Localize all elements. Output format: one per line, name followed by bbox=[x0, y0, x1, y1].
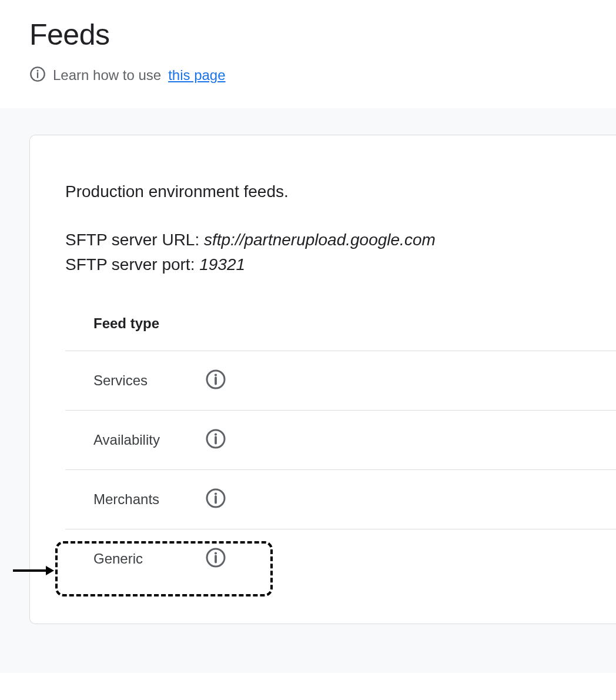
learn-link[interactable]: this page bbox=[168, 67, 225, 84]
svg-point-11 bbox=[215, 492, 217, 495]
learn-row: Learn how to use this page bbox=[29, 66, 587, 85]
sftp-url-value: sftp://partnerupload.google.com bbox=[204, 231, 436, 249]
svg-point-5 bbox=[215, 374, 217, 376]
info-icon[interactable] bbox=[205, 547, 226, 571]
sftp-port-line: SFTP server port: 19321 bbox=[65, 255, 616, 274]
feed-label: Services bbox=[93, 372, 182, 389]
svg-point-8 bbox=[215, 433, 217, 435]
table-row[interactable]: Availability bbox=[65, 411, 616, 470]
table-row[interactable]: Merchants bbox=[65, 470, 616, 529]
svg-point-14 bbox=[215, 552, 217, 554]
learn-text: Learn how to use bbox=[53, 67, 161, 84]
sftp-port-label: SFTP server port: bbox=[65, 255, 199, 274]
info-icon[interactable] bbox=[205, 488, 226, 511]
page-title: Feeds bbox=[29, 18, 587, 52]
feeds-card: Production environment feeds. SFTP serve… bbox=[29, 135, 616, 624]
svg-point-2 bbox=[37, 70, 39, 72]
sftp-url-label: SFTP server URL: bbox=[65, 231, 204, 249]
info-icon[interactable] bbox=[205, 428, 226, 452]
info-icon[interactable] bbox=[205, 369, 226, 392]
info-icon bbox=[29, 66, 46, 85]
sftp-port-value: 19321 bbox=[199, 255, 245, 274]
sftp-url-line: SFTP server URL: sftp://partnerupload.go… bbox=[65, 231, 616, 249]
table-row[interactable]: Services bbox=[65, 351, 616, 411]
table-header-feed-type: Feed type bbox=[65, 315, 616, 351]
content-area: Production environment feeds. SFTP serve… bbox=[0, 108, 616, 673]
feed-label: Availability bbox=[93, 432, 182, 448]
page-header: Feeds Learn how to use this page bbox=[0, 0, 616, 108]
card-title: Production environment feeds. bbox=[65, 182, 616, 201]
feed-label: Merchants bbox=[93, 491, 182, 508]
feed-label: Generic bbox=[93, 551, 182, 567]
feed-table: Feed type Services Availability Merchant… bbox=[65, 315, 616, 588]
table-row[interactable]: Generic bbox=[65, 529, 616, 588]
